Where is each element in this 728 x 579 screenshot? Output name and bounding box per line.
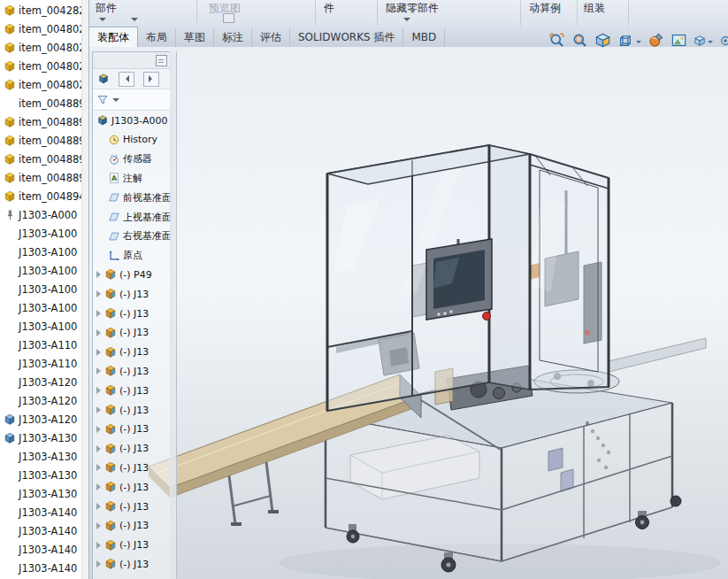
section-view-button[interactable]	[594, 32, 611, 49]
expand-arrow-icon[interactable]	[96, 387, 101, 394]
list-item[interactable]: J1303-A100	[0, 280, 81, 298]
file-list-scrollbar[interactable]	[81, 0, 88, 579]
expand-arrow-icon[interactable]	[96, 542, 101, 549]
expand-arrow-icon[interactable]	[96, 271, 101, 278]
tree-item[interactable]: 注解	[93, 169, 171, 189]
expand-arrow-icon[interactable]	[96, 464, 101, 471]
expand-arrow-icon[interactable]	[96, 367, 101, 374]
list-item[interactable]: J1303-A130	[0, 466, 81, 484]
expand-arrow-icon[interactable]	[96, 483, 101, 490]
tree-item[interactable]: (-) J13	[93, 323, 171, 343]
zoom-fit-button[interactable]	[548, 32, 565, 49]
tree-item[interactable]: 前视基准面	[93, 188, 171, 207]
tab-evaluate[interactable]: 评估	[252, 28, 290, 47]
expand-arrow-icon[interactable]	[96, 503, 101, 510]
tree-item[interactable]: (-) J13	[93, 439, 171, 459]
list-item[interactable]: item_004894	[0, 187, 81, 205]
dropdown-caret-icon[interactable]	[131, 18, 138, 25]
expand-arrow-icon[interactable]	[96, 445, 101, 452]
tree-forward-button[interactable]	[143, 72, 159, 87]
view-settings-button[interactable]	[719, 35, 728, 47]
list-item[interactable]: J1303-A140	[0, 503, 81, 521]
list-item[interactable]: J1303-A110	[0, 354, 81, 373]
tab-mbd[interactable]: MBD	[403, 28, 445, 47]
ribbon-button-smart-fastener[interactable]: 件	[324, 1, 334, 16]
tree-item[interactable]: (-) J13	[93, 420, 171, 439]
tree-item[interactable]: 上视基准面	[93, 207, 171, 227]
list-item[interactable]: item_004802	[0, 57, 81, 75]
list-item[interactable]: J1303-A120	[0, 373, 81, 391]
tree-item[interactable]: (-) P49	[93, 266, 171, 285]
expand-arrow-icon[interactable]	[96, 310, 101, 317]
expand-arrow-icon[interactable]	[96, 406, 101, 413]
list-item[interactable]: J1303-A140	[0, 559, 81, 577]
tree-root-item[interactable]: J1303-A000	[93, 111, 171, 130]
display-style-button[interactable]	[694, 35, 713, 47]
list-item[interactable]: J1303-A100	[0, 317, 81, 336]
expand-arrow-icon[interactable]	[96, 329, 101, 336]
apply-scene-button[interactable]	[671, 32, 687, 49]
dropdown-caret-icon[interactable]	[403, 18, 410, 25]
tree-item[interactable]: History	[93, 130, 171, 150]
tree-item[interactable]: 传感器	[93, 150, 171, 169]
list-item[interactable]: J1303-A140	[0, 521, 81, 540]
list-item[interactable]: item_004802	[0, 75, 81, 94]
list-item[interactable]: item_004889	[0, 112, 81, 131]
tree-item[interactable]: (-) J13	[93, 343, 171, 362]
list-item[interactable]: item_004889	[0, 168, 81, 187]
ribbon-button-assemble[interactable]: 组装	[584, 1, 605, 16]
ribbon-button-insert-component[interactable]: 部件	[96, 1, 117, 16]
list-item[interactable]: J1303-A100	[0, 261, 81, 280]
list-item[interactable]: item_004802	[0, 38, 81, 57]
list-item[interactable]: J1303-A130	[0, 447, 81, 466]
list-item[interactable]: J1303-A100	[0, 243, 81, 261]
dropdown-caret-icon[interactable]	[636, 41, 641, 46]
tab-layout[interactable]: 布局	[138, 28, 176, 47]
tab-solidworks-addins[interactable]: SOLIDWORKS 插件	[290, 28, 403, 47]
ribbon-button-motion-study[interactable]: 动算例	[529, 1, 561, 16]
ribbon-button-show-hidden-components[interactable]: 隐藏零部件	[386, 1, 439, 16]
zoom-area-button[interactable]	[571, 32, 588, 49]
view-orientation-button[interactable]	[617, 32, 641, 49]
tree-item[interactable]: (-) J13	[93, 516, 171, 536]
list-item[interactable]: J1303-A100	[0, 298, 81, 317]
list-item[interactable]: item_004282	[0, 1, 81, 19]
list-item[interactable]: J1303-A130	[0, 428, 81, 447]
list-item[interactable]: item_004802	[0, 19, 81, 38]
dropdown-caret-icon[interactable]	[708, 41, 713, 46]
tree-item[interactable]: (-) J13	[93, 381, 171, 400]
tree-item[interactable]: (-) J13	[93, 536, 171, 555]
tree-back-button[interactable]	[119, 72, 134, 87]
tree-item[interactable]: (-) J13	[93, 555, 171, 575]
list-item[interactable]: J1303-A110	[0, 336, 81, 354]
tab-sketch[interactable]: 草图	[176, 28, 214, 47]
filter-caret-icon[interactable]	[112, 98, 119, 105]
dropdown-caret-icon[interactable]	[99, 18, 106, 25]
list-item[interactable]: item_004889	[0, 94, 81, 112]
list-item[interactable]: item_004889	[0, 131, 81, 150]
list-item[interactable]: J1303-A100	[0, 224, 81, 243]
expand-arrow-icon[interactable]	[96, 560, 101, 567]
tree-item[interactable]: 右视基准面	[93, 227, 171, 246]
list-item[interactable]: J1303-A130	[0, 484, 81, 503]
list-item[interactable]: J1303-A120	[0, 410, 81, 428]
tree-item[interactable]: (-) J13	[93, 400, 171, 420]
tree-item[interactable]: (-) J13	[93, 459, 171, 478]
list-item[interactable]: J1303-A140	[0, 540, 81, 559]
edit-appearance-button[interactable]	[648, 32, 664, 49]
expand-arrow-icon[interactable]	[96, 426, 101, 433]
tree-item[interactable]: (-) J13	[93, 497, 171, 516]
tree-item[interactable]: (-) J13	[93, 304, 171, 323]
list-item[interactable]: J1303-A000	[0, 205, 81, 224]
tab-assembly[interactable]: 装配体	[88, 27, 138, 47]
tree-item[interactable]: (-) J13	[93, 284, 171, 304]
featuremanager-tab-icon[interactable]	[97, 73, 110, 85]
panel-splitter[interactable]	[170, 51, 177, 579]
graphics-viewport[interactable]	[88, 47, 728, 579]
tab-markup[interactable]: 标注	[214, 28, 252, 47]
list-item[interactable]: item_004889	[0, 150, 81, 168]
tree-item[interactable]: (-) J13	[93, 362, 171, 382]
expand-arrow-icon[interactable]	[96, 349, 101, 356]
tree-item[interactable]: 原点	[93, 246, 171, 266]
expand-arrow-icon[interactable]	[96, 290, 101, 297]
